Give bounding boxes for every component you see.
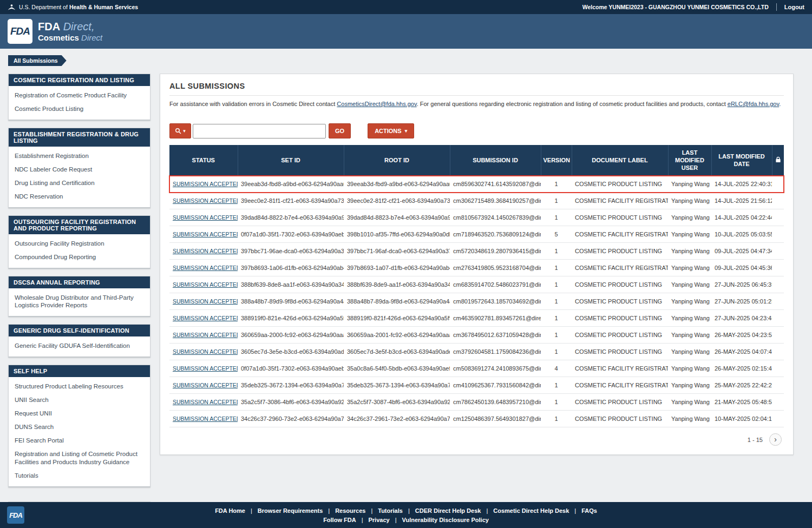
column-header: LAST MODIFIED USER: [668, 145, 711, 176]
footer-link[interactable]: Resources: [335, 507, 365, 514]
sidebar-section: COSMETIC REGISTRATION AND LISTINGRegistr…: [8, 74, 150, 121]
footer-separator: |: [251, 507, 252, 514]
status-link[interactable]: SUBMISSION ACCEPTED: [173, 332, 238, 338]
sidebar-link[interactable]: Drug Listing and Certification: [9, 176, 150, 190]
footer-link[interactable]: FDA Home: [215, 507, 245, 514]
footer-link[interactable]: Tutorials: [378, 507, 403, 514]
root-id-cell: 35a0c8a6-54f0-5bdb-e063-6394a90aeff3: [344, 360, 450, 377]
lock-cell: [772, 310, 784, 327]
sidebar-link[interactable]: NDC Labeler Code Request: [9, 163, 150, 176]
go-button[interactable]: GO: [329, 123, 351, 138]
sidebar-link[interactable]: Tutorials: [9, 469, 150, 483]
date-cell: 10-MAY-2025 02:04:16: [711, 411, 772, 427]
footer-link[interactable]: Vulnerability Disclosure Policy: [402, 517, 489, 523]
status-link[interactable]: SUBMISSION ACCEPTED: [173, 399, 238, 405]
set-id-cell: 39eec0e2-81f1-cf21-e063-6394a90a73ff: [238, 193, 344, 209]
submission-id-cell: cm3062715489.3684190257@direct: [450, 193, 541, 209]
sidebar-link[interactable]: Request UNII: [9, 407, 150, 420]
cosmetics-direct-email-link[interactable]: CosmeticsDirect@fda.hhs.gov: [337, 101, 416, 107]
status-link[interactable]: SUBMISSION ACCEPTED: [173, 265, 238, 271]
sidebar-link[interactable]: DUNS Search: [9, 420, 150, 434]
status-link[interactable]: SUBMISSION ACCEPTED: [173, 298, 238, 305]
user-cell: Yanping Wang: [668, 260, 711, 276]
sidebar-link[interactable]: Wholesale Drug Distributor and Third-Par…: [9, 291, 150, 313]
sidebar-link[interactable]: Cosmetic Product Listing: [9, 102, 150, 116]
footer-link[interactable]: Privacy: [368, 517, 389, 523]
table-header-row: STATUSSET IDROOT IDSUBMISSION IDVERSIOND…: [169, 145, 784, 176]
search-dropdown-button[interactable]: ▾: [169, 123, 191, 138]
submission-id-cell: cm5083691274.2410893675@direct: [450, 360, 541, 377]
status-link[interactable]: SUBMISSION ACCEPTED: [173, 415, 238, 422]
table-row: SUBMISSION ACCEPTED388919f0-821e-426d-e0…: [169, 310, 784, 327]
user-cell: Yanping Wang: [668, 360, 711, 377]
footer-separator: |: [408, 507, 410, 514]
version-cell: 1: [541, 193, 572, 209]
sidebar-section-body: Registration of Cosmetic Product Facilit…: [9, 86, 150, 120]
footer-link[interactable]: FAQs: [581, 507, 597, 514]
search-toolbar: ▾ GO ACTIONS ▾: [169, 123, 784, 138]
sidebar-link[interactable]: NDC Reservation: [9, 190, 150, 203]
logout-link[interactable]: Logout: [784, 4, 804, 10]
user-cell: Yanping Wang: [668, 226, 711, 243]
status-link[interactable]: SUBMISSION ACCEPTED: [173, 248, 238, 254]
user-cell: Yanping Wang: [668, 411, 711, 427]
lock-cell: [772, 226, 784, 243]
sidebar-link[interactable]: Generic Facility GDUFA Self-Identificati…: [9, 339, 150, 353]
welcome-text: Welcome YUNMEI2023 - GUANGZHOU YUNMEI CO…: [582, 4, 769, 10]
date-cell: 14-JUL-2025 21:56:12: [711, 193, 772, 209]
status-link[interactable]: SUBMISSION ACCEPTED: [173, 382, 238, 388]
breadcrumb[interactable]: All Submissions: [8, 55, 67, 66]
document-label-cell: COSMETIC FACILITY REGISTRATION: [572, 226, 668, 243]
version-cell: 1: [541, 310, 572, 327]
footer-link[interactable]: Browser Requirements: [258, 507, 323, 514]
sidebar-link[interactable]: Registration and Listing of Cosmetic Pro…: [9, 447, 150, 469]
root-id-cell: 35deb325-3673-1394-e063-6394a90a7494: [344, 377, 450, 394]
footer-separator: |: [371, 507, 372, 514]
root-id-cell: 39eeab3d-fbd9-a9bd-e063-6294a90aa63b: [344, 176, 450, 193]
lock-cell: [772, 193, 784, 209]
erlc-email-link[interactable]: eRLC@fda.hhs.gov: [728, 101, 779, 107]
sidebar-section: OUTSOURCING FACILITY REGISTRATION AND PR…: [8, 215, 150, 269]
sidebar-link[interactable]: Structured Product Labeling Resources: [9, 380, 150, 393]
status-link[interactable]: SUBMISSION ACCEPTED: [173, 281, 238, 288]
table-row: SUBMISSION ACCEPTED35deb325-3672-1394-e0…: [169, 377, 784, 394]
status-link[interactable]: SUBMISSION ACCEPTED: [173, 214, 238, 221]
search-input[interactable]: [193, 124, 326, 138]
submission-id-cell: cm3792604581.1759084236@direct: [450, 344, 541, 360]
status-link[interactable]: SUBMISSION ACCEPTED: [173, 348, 238, 355]
version-cell: 1: [541, 243, 572, 260]
hhs-eagle-icon: [8, 3, 16, 11]
sidebar-link[interactable]: Establishment Registration: [9, 149, 150, 163]
footer-link[interactable]: Cosmetic Direct Help Desk: [493, 507, 569, 514]
sidebar-section-title: ESTABLISHMENT REGISTRATION & DRUG LISTIN…: [9, 128, 150, 147]
next-page-button[interactable]: ›: [769, 433, 782, 446]
status-link[interactable]: SUBMISSION ACCEPTED: [173, 315, 238, 321]
app-header: FDA FDA Direct, Cosmetics Direct: [0, 14, 812, 49]
document-label-cell: COSMETIC FACILITY REGISTRATION: [572, 193, 668, 209]
sidebar-link[interactable]: UNII Search: [9, 393, 150, 407]
caret-down-icon: ▾: [183, 129, 186, 134]
column-header: DOCUMENT LABEL: [572, 145, 668, 176]
actions-button[interactable]: ACTIONS ▾: [368, 123, 414, 138]
status-link[interactable]: SUBMISSION ACCEPTED: [173, 197, 238, 204]
footer-link[interactable]: CDER Direct Help Desk: [415, 507, 481, 514]
breadcrumb-row: All Submissions: [0, 49, 812, 66]
status-link[interactable]: SUBMISSION ACCEPTED: [173, 231, 238, 237]
root-id-cell: 3605ec7d-3e5f-b3cd-e063-6394a90ade5b: [344, 344, 450, 360]
sidebar-link[interactable]: Compounded Drug Reporting: [9, 250, 150, 264]
footer-link[interactable]: Follow FDA: [323, 517, 356, 523]
sidebar-section-body: Structured Product Labeling ResourcesUNI…: [9, 377, 150, 486]
sidebar-link[interactable]: FEI Search Portal: [9, 434, 150, 447]
date-cell: 27-JUN-2025 06:45:39: [711, 276, 772, 293]
sidebar-link[interactable]: Registration of Cosmetic Product Facilit…: [9, 89, 150, 102]
document-label-cell: COSMETIC PRODUCT LISTING: [572, 176, 668, 193]
status-link[interactable]: SUBMISSION ACCEPTED: [173, 365, 238, 372]
status-link[interactable]: SUBMISSION ACCEPTED: [173, 181, 238, 187]
version-cell: 1: [541, 411, 572, 427]
sidebar-link[interactable]: Outsourcing Facility Registration: [9, 237, 150, 250]
status-cell: SUBMISSION ACCEPTED: [169, 310, 238, 327]
table-row: SUBMISSION ACCEPTED388a48b7-89d9-9f8d-e0…: [169, 293, 784, 310]
date-cell: 26-MAY-2025 04:23:52: [711, 327, 772, 344]
date-cell: 14-JUL-2025 04:22:44: [711, 209, 772, 226]
footer-separator: |: [362, 517, 363, 523]
